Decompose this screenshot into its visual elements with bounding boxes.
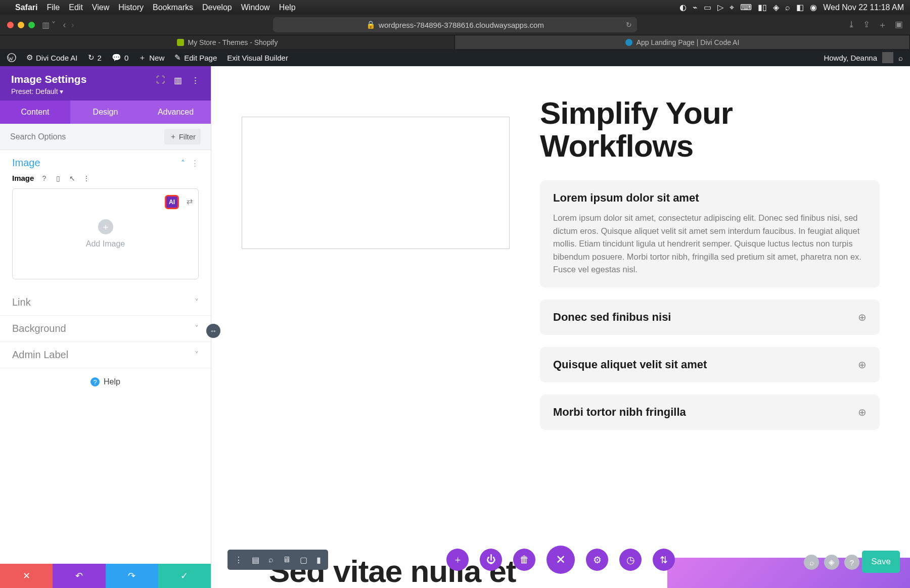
kebab-icon[interactable]: ⋮ <box>191 159 199 168</box>
undo-button[interactable]: ↶ <box>53 564 105 588</box>
bluetooth-icon[interactable]: ⌖ <box>730 3 734 12</box>
battery-icon[interactable]: ▮▯ <box>758 3 767 12</box>
filter-button[interactable]: ＋ Filter <box>164 129 201 144</box>
site-name[interactable]: ⚙ Divi Code AI <box>26 53 78 62</box>
tab-overview-icon[interactable]: ▣ <box>895 19 903 31</box>
save-button[interactable]: Save <box>862 551 900 573</box>
cancel-button[interactable]: ✕ <box>0 564 53 588</box>
help-icon[interactable]: ? <box>40 174 48 182</box>
menu-window[interactable]: Window <box>241 3 270 12</box>
search-icon[interactable]: ⌕ <box>785 3 790 12</box>
new-button[interactable]: ＋ New <box>139 53 164 63</box>
image-module-placeholder[interactable] <box>242 117 510 249</box>
section-background-header[interactable]: Background ˅ <box>12 323 199 334</box>
section-image-header[interactable]: Image ˄⋮ <box>12 157 199 169</box>
desktop-icon[interactable]: 🖥 <box>283 555 291 564</box>
power-button[interactable]: ⏻ <box>480 549 502 571</box>
reload-icon[interactable]: ↻ <box>626 21 632 29</box>
status-icon[interactable]: ◐ <box>679 3 687 12</box>
app-name[interactable]: Safari <box>15 3 37 12</box>
phone-icon[interactable]: ▯ <box>54 174 62 182</box>
menu-bookmarks[interactable]: Bookmarks <box>153 3 193 12</box>
redo-button[interactable]: ↷ <box>106 564 158 588</box>
avatar[interactable] <box>882 52 893 63</box>
siri-icon[interactable]: ◉ <box>810 3 817 12</box>
wp-logo[interactable] <box>7 53 16 62</box>
menu-history[interactable]: History <box>118 3 144 12</box>
delete-button[interactable]: 🗑 <box>513 549 535 571</box>
layers-icon[interactable]: ◈ <box>824 555 839 570</box>
kebab-icon[interactable]: ⋮ <box>235 555 243 565</box>
search-input[interactable] <box>10 132 111 141</box>
section-admin-label-header[interactable]: Admin Label ˅ <box>12 349 199 361</box>
close-window[interactable] <box>7 22 14 28</box>
howdy[interactable]: Howdy, Deanna <box>824 54 877 62</box>
accordion-item[interactable]: Quisque aliquet velit sit amet⊕ <box>540 347 880 382</box>
search-icon[interactable]: ⌕ <box>898 54 903 62</box>
edit-page[interactable]: ✎ Edit Page <box>174 53 217 62</box>
sort-button[interactable]: ⇅ <box>653 549 675 571</box>
menu-file[interactable]: File <box>47 3 60 12</box>
kebab-icon[interactable]: ⋮ <box>82 174 90 182</box>
minimize-window[interactable] <box>18 22 24 28</box>
ai-badge[interactable]: AI <box>165 195 179 209</box>
airplay-icon[interactable]: ▷ <box>717 3 723 12</box>
tab-shopify[interactable]: My Store - Themes - Shopify <box>0 35 455 49</box>
menu-view[interactable]: View <box>92 3 109 12</box>
tab-divi[interactable]: App Landing Page | Divi Code AI <box>455 35 910 49</box>
new-tab-icon[interactable]: ＋ <box>878 19 887 31</box>
expand-icon[interactable]: ⊕ <box>858 359 867 371</box>
back-button[interactable]: ‹ <box>63 20 66 30</box>
tab-design[interactable]: Design <box>70 101 141 124</box>
exit-visual-builder[interactable]: Exit Visual Builder <box>227 54 288 62</box>
menu-develop[interactable]: Develop <box>202 3 232 12</box>
folder-icon[interactable]: ▭ <box>704 3 711 12</box>
url-bar[interactable]: 🔒 wordpress-784896-3788616.cloudwaysapps… <box>273 17 637 32</box>
image-uploader[interactable]: AI ⇄ ＋ Add Image <box>12 188 199 279</box>
focus-icon[interactable]: ⛶ <box>156 75 165 86</box>
help-icon[interactable]: ? <box>844 555 859 570</box>
downloads-icon[interactable]: ⤓ <box>848 19 855 31</box>
accordion-item[interactable]: Donec sed finibus nisi⊕ <box>540 300 880 335</box>
menu-edit[interactable]: Edit <box>69 3 83 12</box>
phone-icon[interactable]: ▮ <box>316 555 321 565</box>
history-button[interactable]: ◷ <box>619 549 642 571</box>
forward-button[interactable]: › <box>71 20 74 30</box>
revisions[interactable]: ↻ 2 <box>88 53 102 62</box>
more-icon[interactable]: ⋮ <box>191 75 200 86</box>
help-link[interactable]: ? Help <box>0 368 211 396</box>
add-image-label: Add Image <box>86 239 125 249</box>
zoom-window[interactable] <box>28 22 35 28</box>
tablet-icon[interactable]: ▢ <box>300 555 307 565</box>
expand-icon[interactable]: ⊕ <box>858 406 867 418</box>
accordion-item[interactable]: Morbi tortor nibh fringilla⊕ <box>540 395 880 430</box>
wifi-icon[interactable]: ◈ <box>773 3 779 12</box>
close-toolbar-button[interactable]: ✕ <box>547 546 575 574</box>
uploader-settings-icon[interactable]: ⇄ <box>187 197 193 206</box>
comments[interactable]: 💬 0 <box>112 53 128 62</box>
sidebar-toggle-icon[interactable]: ▥ ˅ <box>42 20 56 30</box>
zoom-icon[interactable]: ⌕ <box>268 555 274 564</box>
preset-dropdown[interactable]: Preset: Default ▾ <box>11 87 86 95</box>
section-link-header[interactable]: Link ˅ <box>12 297 199 308</box>
panel-icon[interactable]: ▥ <box>174 75 182 86</box>
tab-content[interactable]: Content <box>0 101 70 124</box>
cloud-icon[interactable]: ⌁ <box>693 3 698 12</box>
keyboard-icon[interactable]: ⌨ <box>740 3 752 12</box>
sidebar-search-row: ＋ Filter <box>0 124 211 150</box>
add-image-icon[interactable]: ＋ <box>98 219 113 234</box>
tab-advanced[interactable]: Advanced <box>141 101 211 124</box>
expand-icon[interactable]: ⊕ <box>858 311 867 323</box>
clock[interactable]: Wed Nov 22 11:18 AM <box>823 3 904 12</box>
control-center-icon[interactable]: ◧ <box>796 3 804 12</box>
apply-button[interactable]: ✓ <box>158 564 211 588</box>
add-button[interactable]: ＋ <box>446 549 469 571</box>
sidebar-resize-handle[interactable]: ↔ <box>206 324 220 338</box>
accordion-item[interactable]: Lorem ipsum dolor sit amet Lorem ipsum d… <box>540 180 880 287</box>
menu-help[interactable]: Help <box>279 3 296 12</box>
settings-button[interactable]: ⚙ <box>586 549 608 571</box>
cursor-icon[interactable]: ↖ <box>68 174 76 182</box>
share-icon[interactable]: ⇪ <box>863 19 870 31</box>
wireframe-icon[interactable]: ▤ <box>252 555 259 565</box>
zoom-icon[interactable]: ⌕ <box>804 555 819 570</box>
